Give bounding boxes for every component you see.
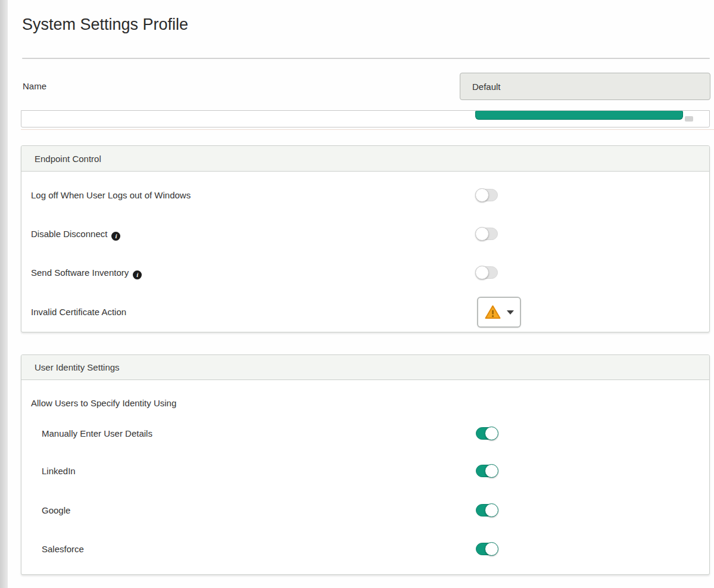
resize-grip[interactable] xyxy=(685,116,693,122)
name-label: Name xyxy=(23,81,46,91)
section-endpoint-control: Endpoint Control Log off When User Logs … xyxy=(21,145,710,332)
identity-subheading: Allow Users to Specify Identity Using xyxy=(31,397,176,410)
page-title: System Settings Profile xyxy=(22,15,188,34)
warning-triangle-icon xyxy=(485,305,501,319)
toggle-knob xyxy=(485,503,498,517)
setting-label-linkedin: LinkedIn xyxy=(42,465,76,478)
toggle-knob xyxy=(485,542,498,556)
setting-label-disable-disconnect: Disable Disconnecti xyxy=(31,228,120,241)
setting-label-google: Google xyxy=(42,504,70,517)
toggle-knob xyxy=(485,464,498,478)
name-select-value: Default xyxy=(472,82,501,92)
info-circle-icon[interactable]: i xyxy=(111,232,120,241)
toggle-linkedin[interactable] xyxy=(476,465,498,477)
selected-option-bar[interactable] xyxy=(475,111,683,120)
left-gutter xyxy=(0,0,8,588)
toggle-knob xyxy=(475,266,489,279)
setting-label-log-off: Log off When User Logs out of Windows xyxy=(31,189,191,202)
setting-label-software-inventory: Send Software Inventoryi xyxy=(31,266,142,279)
section-title: User Identity Settings xyxy=(35,362,120,372)
toggle-knob xyxy=(485,427,498,440)
system-settings-page: System Settings Profile Name Default End… xyxy=(0,0,714,588)
toggle-salesforce[interactable] xyxy=(476,543,498,555)
toggle-knob xyxy=(475,188,489,202)
toggle-log-off-windows[interactable] xyxy=(476,189,498,201)
chevron-down-icon xyxy=(507,310,514,315)
title-divider xyxy=(22,58,710,59)
toggle-manual-user-details[interactable] xyxy=(476,427,498,440)
setting-label-salesforce: Salesforce xyxy=(42,543,84,556)
toggle-knob xyxy=(475,227,489,241)
setting-label-invalid-certificate: Invalid Certificate Action xyxy=(31,306,126,319)
section-user-identity-settings: User Identity Settings Allow Users to Sp… xyxy=(21,354,710,575)
user-identity-settings-header: User Identity Settings xyxy=(21,355,709,380)
name-select[interactable]: Default xyxy=(460,73,710,100)
section-title: Endpoint Control xyxy=(35,154,101,164)
endpoint-control-header: Endpoint Control xyxy=(21,146,709,172)
divider-line xyxy=(21,129,714,130)
toggle-google[interactable] xyxy=(476,504,498,517)
invalid-certificate-action-dropdown[interactable] xyxy=(477,297,521,328)
toggle-send-software-inventory[interactable] xyxy=(476,266,498,279)
setting-label-manual-details: Manually Enter User Details xyxy=(42,427,152,440)
info-circle-icon[interactable]: i xyxy=(133,270,142,279)
toggle-disable-disconnect[interactable] xyxy=(476,228,498,240)
